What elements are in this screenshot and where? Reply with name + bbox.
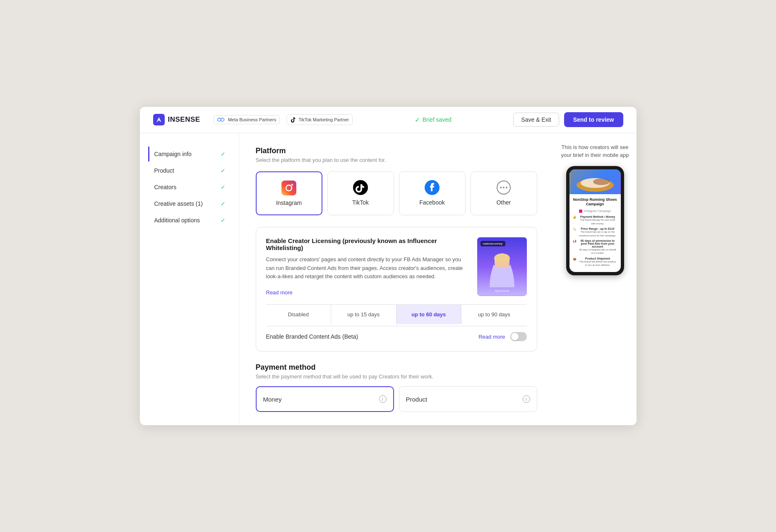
phone-money-icon: 💰 (573, 216, 577, 219)
platform-card-other[interactable]: Other (471, 171, 537, 215)
sidebar-item-creators-label: Creators (154, 184, 177, 190)
day-option-90days[interactable]: up to 90 days (461, 305, 527, 324)
platform-card-instagram[interactable]: Instagram (256, 171, 322, 215)
day-option-60days[interactable]: up to 60 days (396, 305, 462, 324)
sidebar-item-creative-assets[interactable]: Creative assets (1) ✓ (148, 196, 231, 211)
sidebar-check-creative-assets: ✓ (221, 200, 226, 207)
sidebar-check-campaign-info: ✓ (221, 151, 226, 157)
phone-shipment-icon: 📦 (573, 258, 577, 261)
instagram-icon (281, 181, 296, 195)
app-window: INSENSE Meta Business Partners TikTok Ma… (140, 107, 637, 425)
phone-list-item-2: 📢 60 days of permission to post Paid Ads… (573, 239, 617, 255)
svg-rect-5 (281, 181, 296, 195)
branded-read-more[interactable]: Read more (478, 334, 505, 340)
sidebar-check-additional-options: ✓ (221, 217, 226, 224)
phone-item-desc-1: The brand has set a cap on the maximum p… (578, 230, 617, 237)
sidebar-item-creative-assets-label: Creative assets (1) (154, 200, 203, 207)
main-layout: Campaign info ✓ Product ✓ Creators ✓ Cre… (140, 133, 637, 425)
sidebar-item-product[interactable]: Product ✓ (148, 163, 231, 178)
platform-grid: Instagram TikTok (256, 171, 537, 215)
insense-logo-icon (153, 114, 165, 125)
payment-card-money[interactable]: Money i (256, 386, 394, 412)
licensing-read-more[interactable]: Read more (266, 289, 293, 296)
days-grid: Disabled up to 15 days up to 60 days up … (266, 304, 527, 324)
phone-item-desc-3: The brand will deliver the product to yo… (578, 260, 617, 267)
platform-card-other-label: Other (496, 199, 511, 206)
phone-screen: NonStop Running Shoes Campaign Instagram… (569, 169, 621, 272)
branded-content-right: Read more (478, 332, 526, 341)
licensing-content: Enable Creator Licensing (previously kno… (266, 237, 527, 296)
phone-item-desc-0: The brand will pay for your work with mo… (578, 218, 617, 225)
sidebar-item-additional-options[interactable]: Additional options ✓ (148, 213, 231, 228)
phone-list-item-1: 🏷️ Price Range - up to $110 The brand ha… (573, 227, 617, 237)
right-panel-text: This is how creators will see your brief… (560, 143, 630, 159)
licensing-image: naieracooney Sponsored (477, 237, 527, 296)
logo-area: INSENSE (153, 114, 200, 125)
licensing-desc: Connect your creators' pages and content… (266, 255, 469, 281)
phone-item-title-3: Product Shipment (578, 257, 617, 260)
day-option-15days[interactable]: up to 15 days (331, 305, 396, 324)
svg-point-4 (221, 118, 224, 121)
day-option-disabled[interactable]: Disabled (266, 305, 332, 324)
phone-ads-icon: 📢 (573, 240, 577, 243)
header-actions: Save & Exit Send to review (513, 112, 623, 127)
payment-money-label: Money (263, 396, 282, 403)
meta-icon (217, 117, 226, 122)
right-panel: This is how creators will see your brief… (554, 133, 637, 425)
svg-point-18 (593, 178, 610, 185)
payment-card-product[interactable]: Product i (399, 386, 537, 412)
phone-list-item-0: 💰 Payment Method • Money The brand will … (573, 215, 617, 225)
phone-mockup: NonStop Running Shoes Campaign Instagram… (566, 166, 624, 276)
meta-label: Meta Business Partners (228, 117, 276, 122)
phone-campaign-title: NonStop Running Shoes Campaign (573, 197, 617, 207)
platform-desc: Select the platform that you plan to use… (256, 157, 537, 163)
svg-point-11 (500, 187, 502, 188)
platform-card-facebook[interactable]: Facebook (399, 171, 466, 215)
save-exit-button[interactable]: Save & Exit (513, 113, 559, 127)
platform-title: Platform (256, 147, 537, 155)
tiktok-platform-icon (353, 180, 368, 195)
platform-card-instagram-label: Instagram (276, 200, 302, 206)
payment-product-info-icon[interactable]: i (523, 395, 530, 403)
payment-money-info-icon[interactable]: i (379, 395, 387, 403)
svg-rect-19 (579, 209, 582, 213)
header: INSENSE Meta Business Partners TikTok Ma… (140, 107, 637, 133)
licensing-title: Enable Creator Licensing (previously kno… (266, 237, 469, 251)
sidebar-check-creators: ✓ (221, 184, 226, 190)
payment-section: Payment method Select the payment method… (256, 363, 537, 412)
sidebar-item-creators[interactable]: Creators ✓ (148, 180, 231, 195)
branded-content-label: Enable Branded Content Ads (Beta) (266, 333, 358, 340)
creator-image (483, 250, 521, 296)
svg-point-12 (503, 187, 505, 188)
svg-point-7 (291, 184, 293, 185)
payment-product-label: Product (406, 396, 428, 403)
phone-item-title-0: Payment Method • Money (578, 215, 617, 218)
send-review-button[interactable]: Send to review (564, 112, 623, 127)
phone-item-title-2: 60 days of permission to post Paid Ads f… (578, 239, 617, 248)
meta-badge: Meta Business Partners (214, 115, 280, 124)
branded-content-toggle[interactable] (510, 332, 527, 341)
facebook-icon (425, 180, 440, 195)
sidebar-check-product: ✓ (221, 167, 226, 174)
platform-card-tiktok-label: TikTok (352, 199, 369, 206)
phone-content: NonStop Running Shoes Campaign Instagram… (569, 194, 621, 272)
platform-card-facebook-label: Facebook (419, 199, 444, 206)
tiktok-label: TikTok Marketing Partner (298, 117, 349, 122)
shoe-svg (570, 169, 620, 194)
brief-saved-indicator: ✓ Brief saved (415, 116, 452, 124)
sidebar-item-additional-options-label: Additional options (154, 217, 200, 224)
platform-card-tiktok[interactable]: TikTok (327, 171, 394, 215)
payment-desc: Select the payment method that will be u… (256, 373, 537, 380)
payment-grid: Money i Product i (256, 386, 537, 412)
partner-logos: Meta Business Partners TikTok Marketing … (214, 114, 353, 125)
tiktok-icon (290, 116, 297, 123)
licensing-box: Enable Creator Licensing (previously kno… (256, 227, 537, 351)
check-icon: ✓ (415, 116, 420, 124)
payment-title: Payment method (256, 363, 537, 372)
sidebar-item-product-label: Product (154, 167, 174, 174)
svg-point-13 (506, 187, 507, 188)
branded-content-row: Enable Branded Content Ads (Beta) Read m… (266, 326, 527, 341)
sidebar-item-campaign-info[interactable]: Campaign info ✓ (148, 147, 231, 161)
phone-subtitle: Instagram Campaign (573, 209, 617, 213)
creator-name: naieracooney (480, 241, 505, 246)
